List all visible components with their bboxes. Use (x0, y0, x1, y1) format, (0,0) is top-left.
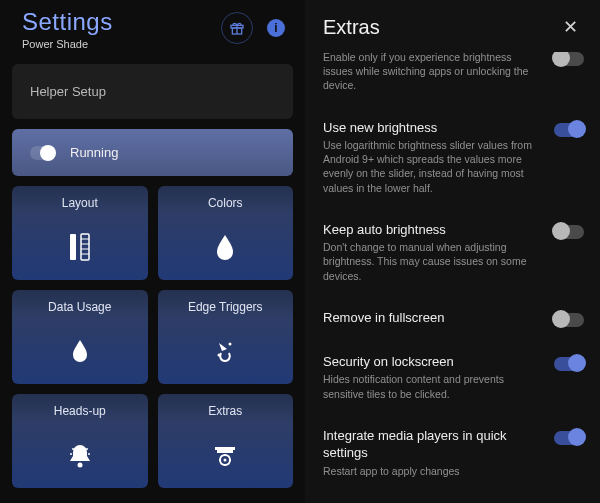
tile-label: Edge Triggers (188, 300, 263, 314)
tile-label: Heads-up (54, 404, 106, 418)
toggle-security-on-lockscreen[interactable] (554, 357, 584, 371)
tile-layout[interactable]: Layout (12, 186, 148, 280)
toggle-keep-auto-brightness[interactable] (554, 225, 584, 239)
toggle-use-new-brightness[interactable] (554, 123, 584, 137)
page-subtitle: Power Shade (22, 38, 113, 50)
settings-pane: Settings Power Shade i Helper Setup Runn… (0, 0, 305, 503)
extras-header: Extras ✕ (305, 0, 600, 52)
setting-use-new-brightness[interactable]: Use new brightness Use logarithmic brigh… (323, 107, 584, 209)
svg-rect-3 (81, 234, 89, 260)
setting-desc: Restart app to apply changes (323, 464, 533, 478)
setting-desc: Hides notification content and prevents … (323, 372, 533, 400)
settings-list: Enable only if you experience brightness… (305, 52, 600, 503)
layout-icon (67, 222, 93, 272)
setting-security-on-lockscreen[interactable]: Security on lockscreen Hides notificatio… (323, 341, 584, 415)
extras-pane: Extras ✕ Enable only if you experience b… (305, 0, 600, 503)
extras-icon (211, 430, 239, 480)
tile-label: Colors (208, 196, 243, 210)
setting-partial-brightness[interactable]: Enable only if you experience brightness… (323, 52, 584, 107)
page-title: Settings (22, 8, 113, 36)
svg-point-13 (70, 453, 72, 455)
close-icon[interactable]: ✕ (559, 12, 582, 42)
helper-setup-button[interactable]: Helper Setup (12, 64, 293, 119)
toggle-partial-brightness[interactable] (554, 52, 584, 66)
svg-point-18 (224, 459, 227, 462)
setting-title: Remove in fullscreen (323, 309, 544, 327)
setting-title: Keep auto brightness (323, 221, 544, 239)
setting-desc: Use logarithmic brightness slider values… (323, 138, 533, 195)
setting-remove-in-fullscreen[interactable]: Remove in fullscreen (323, 297, 584, 341)
setting-keep-auto-brightness[interactable]: Keep auto brightness Don't change to man… (323, 209, 584, 297)
tile-data-usage[interactable]: Data Usage (12, 290, 148, 384)
setting-desc: Enable only if you experience brightness… (323, 52, 533, 93)
toggle-integrate-media-players[interactable] (554, 431, 584, 445)
running-row[interactable]: Running (12, 129, 293, 176)
edge-triggers-icon (213, 326, 237, 376)
svg-rect-16 (217, 450, 233, 453)
setting-title: Security on lockscreen (323, 353, 544, 371)
setting-title: Integrate media players in quick setting… (323, 427, 544, 462)
tile-colors[interactable]: Colors (158, 186, 294, 280)
colors-icon (212, 222, 238, 272)
info-icon[interactable]: i (267, 19, 285, 37)
tile-heads-up[interactable]: Heads-up (12, 394, 148, 488)
helper-setup-label: Helper Setup (30, 84, 106, 99)
svg-point-14 (88, 453, 90, 455)
tile-label: Layout (62, 196, 98, 210)
svg-rect-15 (215, 447, 235, 450)
running-toggle[interactable] (30, 146, 56, 160)
svg-point-10 (77, 463, 82, 468)
extras-title: Extras (323, 16, 380, 39)
setting-title: Use new brightness (323, 119, 544, 137)
tile-extras[interactable]: Extras (158, 394, 294, 488)
setting-integrate-media-players[interactable]: Integrate media players in quick setting… (323, 415, 584, 492)
setting-desc: Don't change to manual when adjusting br… (323, 240, 533, 283)
svg-point-12 (86, 448, 88, 450)
setting-use-roboto-font[interactable]: Use Roboto font Restart app to apply cha… (323, 492, 584, 503)
heads-up-icon (66, 430, 94, 480)
settings-header: Settings Power Shade i (12, 0, 293, 64)
gift-icon[interactable] (221, 12, 253, 44)
svg-point-8 (229, 343, 232, 346)
toggle-remove-in-fullscreen[interactable] (554, 313, 584, 327)
data-usage-icon (69, 326, 91, 376)
tile-edge-triggers[interactable]: Edge Triggers (158, 290, 294, 384)
tile-label: Extras (208, 404, 242, 418)
svg-point-11 (72, 448, 74, 450)
running-label: Running (70, 145, 118, 160)
tile-label: Data Usage (48, 300, 111, 314)
svg-rect-2 (70, 234, 76, 260)
